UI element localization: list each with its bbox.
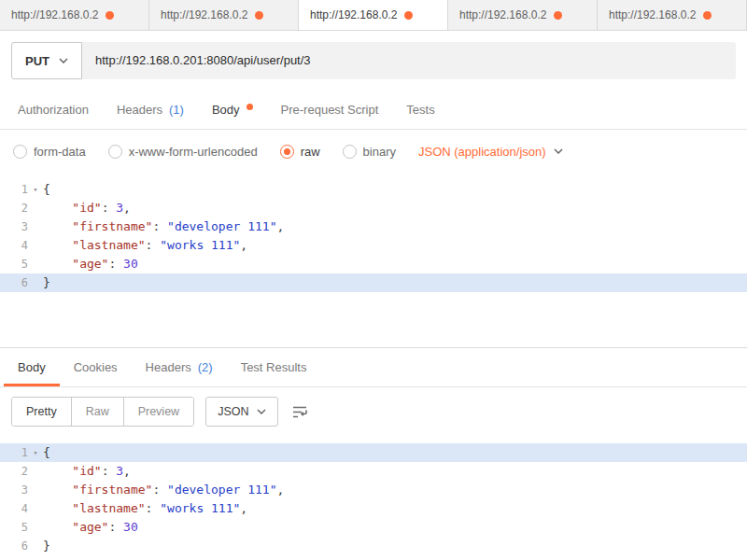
code-text: { [43, 443, 50, 462]
radio-label: form-data [34, 145, 86, 159]
fold-caret-icon[interactable]: ▾ [28, 180, 43, 199]
request-tab-5[interactable]: http://192.168.0.2 [598, 0, 747, 30]
radio-binary[interactable]: binary [343, 145, 396, 159]
request-editor[interactable]: 1▾{2 "id": 3,3 "firstname": "developer 1… [0, 173, 747, 347]
code-line[interactable]: 3 "firstname": "developer 111", [0, 481, 747, 499]
code-line[interactable]: 5 "age": 30 [0, 518, 747, 537]
code-line[interactable]: 2 "id": 3, [0, 199, 747, 217]
request-tab-3-active[interactable]: http://192.168.0.2 [299, 0, 448, 30]
code-line[interactable]: 4 "lastname": "works 111", [0, 499, 747, 518]
caret-spacer [28, 499, 43, 518]
code-line[interactable]: 1▾{ [0, 443, 747, 462]
line-number: 2 [0, 462, 28, 481]
chevron-down-icon [554, 148, 563, 154]
content-type-dropdown[interactable]: JSON (application/json) [418, 145, 563, 159]
code-line[interactable]: 3 "firstname": "developer 111", [0, 217, 747, 236]
request-tab-2[interactable]: http://192.168.0.2 [149, 0, 299, 30]
tab-label: http://192.168.0.2 [11, 8, 98, 21]
unsaved-indicator-dot [106, 11, 114, 20]
method-label: PUT [25, 54, 49, 68]
tab-body[interactable]: Body [198, 91, 267, 129]
caret-spacer [28, 273, 43, 292]
caret-spacer [28, 537, 43, 555]
tab-label: Headers [146, 360, 191, 374]
radio-label: x-www-form-urlencoded [129, 145, 258, 159]
tab-bar: http://192.168.0.2 http://192.168.0.2 ht… [0, 0, 747, 31]
url-input[interactable]: http://192.168.0.201:8080/api/user/put/3 [82, 42, 736, 79]
response-tab-body[interactable]: Body [4, 348, 60, 386]
line-number: 1 [0, 443, 28, 462]
caret-spacer [28, 255, 43, 273]
line-number: 4 [0, 236, 28, 255]
body-type-row: form-data x-www-form-urlencoded raw bina… [0, 130, 747, 173]
request-section-tabs: Authorization Headers (1) Body Pre-reque… [0, 91, 747, 130]
url-text: http://192.168.0.201:8080/api/user/put/3 [95, 53, 311, 67]
content-type-label: JSON (application/json) [418, 145, 546, 159]
code-line[interactable]: 6} [0, 273, 747, 292]
format-label: JSON [218, 405, 248, 418]
unsaved-indicator-dot [404, 11, 413, 20]
code-line[interactable]: 5 "age": 30 [0, 255, 747, 273]
code-line[interactable]: 6} [0, 537, 747, 555]
pretty-button[interactable]: Pretty [12, 398, 72, 426]
line-number: 3 [0, 217, 28, 236]
request-tab-4[interactable]: http://192.168.0.2 [448, 0, 598, 30]
code-line[interactable]: 2 "id": 3, [0, 462, 747, 481]
caret-spacer [28, 462, 43, 481]
response-tab-cookies[interactable]: Cookies [60, 348, 132, 386]
caret-spacer [28, 236, 43, 255]
code-text: "id": 3, [43, 462, 131, 481]
request-tab-1[interactable]: http://192.168.0.2 [0, 0, 149, 30]
tab-label: Headers [117, 103, 162, 117]
response-tab-headers[interactable]: Headers (2) [132, 348, 227, 386]
radio-x-www-form-urlencoded[interactable]: x-www-form-urlencoded [108, 145, 258, 159]
response-format-dropdown[interactable]: JSON [205, 397, 278, 427]
tab-label: Authorization [18, 103, 89, 117]
chevron-down-icon [59, 58, 68, 63]
tab-label: Cookies [74, 360, 118, 374]
wrap-lines-button[interactable] [289, 400, 310, 423]
view-mode-group: Pretty Raw Preview [11, 397, 194, 427]
tab-tests[interactable]: Tests [392, 91, 448, 129]
tab-label: http://192.168.0.2 [310, 8, 397, 21]
line-number: 1 [0, 180, 28, 199]
tab-authorization[interactable]: Authorization [4, 91, 103, 129]
method-dropdown[interactable]: PUT [11, 42, 82, 79]
line-number: 4 [0, 499, 28, 518]
tab-pre-request-script[interactable]: Pre-request Script [267, 91, 393, 129]
response-editor[interactable]: 1▾{2 "id": 3,3 "firstname": "developer 1… [0, 436, 747, 555]
response-tab-test-results[interactable]: Test Results [227, 348, 321, 386]
tab-label: Tests [406, 103, 434, 117]
raw-button[interactable]: Raw [72, 398, 124, 426]
tab-label: Body [18, 360, 46, 374]
radio-circle-selected [280, 145, 294, 159]
unsaved-indicator-dot [255, 11, 263, 20]
preview-button[interactable]: Preview [124, 398, 193, 426]
tab-label: http://192.168.0.2 [161, 8, 247, 21]
code-text: "id": 3, [43, 199, 131, 217]
line-number: 3 [0, 481, 28, 499]
wrap-lines-icon [291, 404, 308, 419]
postman-app: { "colors": { "accent": "#ff6c37", "coun… [0, 0, 747, 560]
caret-spacer [28, 518, 43, 537]
fold-caret-icon[interactable]: ▾ [28, 443, 43, 462]
caret-spacer [28, 217, 43, 236]
tab-headers[interactable]: Headers (1) [103, 91, 198, 129]
code-text: "lastname": "works 111", [43, 236, 247, 255]
tab-label: http://192.168.0.2 [609, 8, 696, 21]
radio-label: raw [301, 145, 320, 159]
response-section-tabs: Body Cookies Headers (2) Test Results [0, 348, 747, 387]
radio-raw-selected[interactable]: raw [280, 145, 320, 159]
radio-circle [343, 145, 357, 159]
line-number: 6 [0, 537, 28, 555]
code-line[interactable]: 1▾{ [0, 180, 747, 199]
code-text: "lastname": "works 111", [43, 499, 247, 518]
code-text: "firstname": "developer 111", [43, 217, 284, 236]
response-toolbar: Pretty Raw Preview JSON [0, 387, 747, 436]
line-number: 5 [0, 518, 28, 537]
code-text: } [43, 537, 50, 555]
caret-spacer [28, 481, 43, 499]
radio-circle [13, 145, 27, 159]
radio-form-data[interactable]: form-data [13, 145, 86, 159]
code-line[interactable]: 4 "lastname": "works 111", [0, 236, 747, 255]
